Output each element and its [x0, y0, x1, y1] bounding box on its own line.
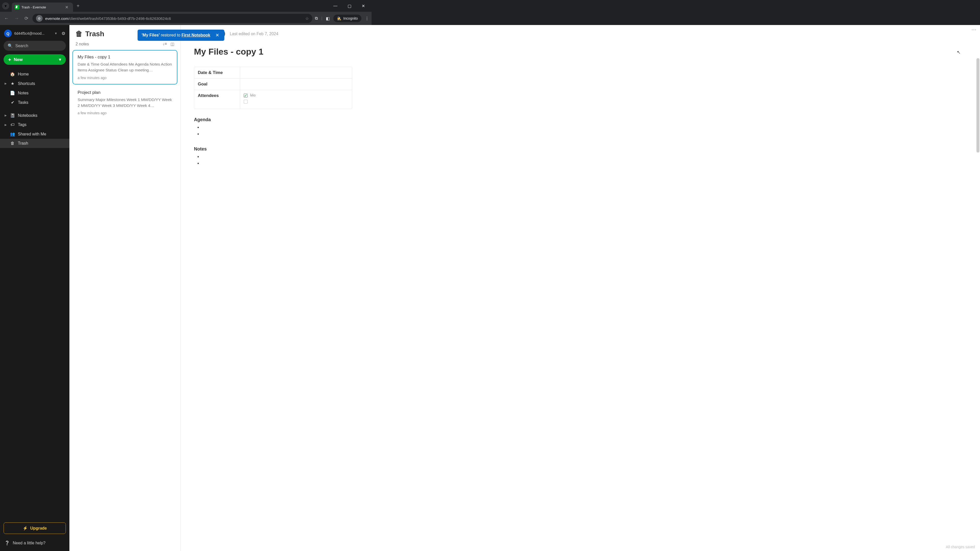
search-icon: 🔍: [8, 43, 13, 48]
note-timestamp: a few minutes ago: [78, 76, 172, 80]
row-value[interactable]: [240, 79, 352, 90]
home-icon: 🏠: [10, 72, 15, 76]
expand-icon[interactable]: ▶: [5, 123, 7, 127]
expand-icon[interactable]: ▶: [5, 114, 7, 117]
expand-icon[interactable]: ▶: [5, 82, 7, 85]
restore-toast: 'My Files' restored to First Notebook ✕: [138, 30, 224, 41]
note-icon: 📄: [10, 91, 15, 95]
checkbox-checked-icon[interactable]: ✓: [244, 94, 248, 97]
settings-gear-icon[interactable]: ⚙: [62, 31, 65, 36]
tab-close-button[interactable]: ✕: [64, 4, 70, 10]
people-icon: 👥: [10, 132, 15, 137]
url-text: evernote.com/client/web#/trash/047353bb-…: [45, 16, 303, 21]
browser-tab[interactable]: Trash - Evernote ✕: [12, 3, 73, 12]
sidebar-item-shortcuts[interactable]: ▶★Shortcuts: [0, 79, 69, 88]
sidebar-item-trash[interactable]: 🗑Trash: [0, 139, 69, 148]
sidebar-label: Home: [18, 72, 29, 76]
sidebar-label: Trash: [18, 141, 28, 146]
site-info-icon[interactable]: ⚙: [36, 15, 43, 22]
new-button[interactable]: + New ▾: [3, 54, 66, 65]
check-circle-icon: ✔: [10, 100, 15, 105]
note-list-panel: 🗑 Trash 2 notes ↓≡ ◫ My Files - copy 1 D…: [69, 25, 181, 208]
note-preview: Summary Major Milestones Week 1 MM/DD/YY…: [78, 97, 172, 109]
sidebar-label: Tasks: [18, 100, 28, 105]
sidebar-item-home[interactable]: 🏠Home: [0, 69, 69, 79]
incognito-chip[interactable]: 🕵 Incognito: [333, 14, 361, 22]
tag-icon: 🏷: [10, 122, 15, 127]
chrome-menu-button[interactable]: ⋮: [365, 16, 369, 21]
new-tab-button[interactable]: +: [76, 3, 80, 9]
notebook-icon: 📓: [10, 113, 15, 118]
evernote-favicon-icon: [15, 5, 19, 10]
trash-icon: 🗑: [10, 141, 15, 146]
chevron-down-icon: ▾: [5, 3, 6, 8]
extensions-icon[interactable]: ⧉: [315, 16, 318, 21]
last-edited-text: Last edited on Feb 7, 2024: [230, 32, 278, 36]
note-title-heading[interactable]: My Files - copy 1: [194, 47, 372, 57]
bookmark-star-icon[interactable]: ☆: [305, 16, 309, 21]
trash-icon: 🗑: [76, 30, 83, 38]
notes-list[interactable]: [202, 154, 372, 168]
row-label: Attendees: [194, 90, 240, 109]
evernote-app: Q 6d44f5c4@mood... ▼ ⚙ 🔍 Search + New ▾ …: [0, 25, 372, 208]
note-detail-panel: ⋯ 🗑 Note in Trash Last edited on Feb 7, …: [181, 25, 372, 208]
browser-titlebar: ▾ Trash - Evernote ✕ + — ▢ ✕: [0, 0, 372, 12]
reload-button[interactable]: ⟳: [23, 14, 30, 23]
sidepanel-icon[interactable]: ◧: [326, 16, 330, 21]
note-count: 2 notes: [76, 42, 89, 46]
search-input[interactable]: 🔍 Search: [3, 41, 66, 51]
minimize-button[interactable]: —: [331, 2, 340, 10]
row-label: Date & Time: [194, 67, 240, 78]
note-preview: Date & Time Goal Attendees Me Agenda Not…: [78, 61, 172, 73]
sidebar-label: Shortcuts: [18, 81, 35, 86]
browser-toolbar: ← → ⟳ ⚙ evernote.com/client/web#/trash/0…: [0, 12, 372, 25]
new-label: New: [14, 57, 23, 62]
note-title: My Files - copy 1: [78, 55, 172, 60]
search-placeholder: Search: [15, 44, 28, 48]
table-row: Attendees ✓ Me: [194, 90, 352, 109]
sidebar-item-notebooks[interactable]: ▶📓Notebooks: [0, 111, 69, 120]
toast-notebook-link[interactable]: First Notebook: [181, 33, 210, 37]
sidebar-label: Notes: [18, 91, 29, 95]
back-button[interactable]: ←: [3, 14, 10, 23]
chevron-down-icon: ▾: [59, 57, 61, 62]
chevron-down-icon: ▼: [54, 32, 57, 35]
section-heading-agenda: Agenda: [194, 117, 372, 122]
table-row: Goal: [194, 79, 352, 90]
checkbox-empty-icon[interactable]: [244, 100, 248, 103]
sort-icon[interactable]: ↓≡: [162, 41, 167, 46]
view-toggle-icon[interactable]: ◫: [170, 41, 174, 46]
incognito-label: Incognito: [343, 16, 358, 21]
note-meta-table[interactable]: Date & Time Goal Attendees ✓ Me: [194, 67, 352, 109]
sidebar-item-tags[interactable]: ▶🏷Tags: [0, 120, 69, 129]
note-list-item[interactable]: My Files - copy 1 Date & Time Goal Atten…: [73, 50, 177, 84]
list-title: Trash: [85, 30, 104, 38]
note-title: Project plan: [78, 90, 172, 95]
window-controls: — ▢ ✕: [331, 2, 369, 10]
toast-text: 'My Files' restored to First Notebook: [142, 33, 210, 38]
section-heading-notes: Notes: [194, 146, 372, 152]
row-value[interactable]: ✓ Me: [240, 90, 352, 109]
forward-button[interactable]: →: [13, 14, 21, 23]
sidebar-item-shared[interactable]: 👥Shared with Me: [0, 129, 69, 139]
agenda-list[interactable]: [202, 125, 372, 138]
sidebar-item-notes[interactable]: 📄Notes: [0, 88, 69, 98]
sidebar-item-tasks[interactable]: ✔Tasks: [0, 98, 69, 107]
sidebar-label: Shared with Me: [18, 132, 46, 137]
account-switcher[interactable]: Q 6d44f5c4@mood... ▼ ⚙: [0, 29, 69, 41]
account-email: 6d44f5c4@mood...: [14, 32, 52, 35]
close-window-button[interactable]: ✕: [359, 2, 368, 10]
tab-title: Trash - Evernote: [21, 5, 62, 9]
address-bar[interactable]: ⚙ evernote.com/client/web#/trash/047353b…: [32, 14, 312, 23]
table-row: Date & Time: [194, 67, 352, 79]
toast-close-button[interactable]: ✕: [215, 32, 220, 38]
sidebar-label: Tags: [18, 122, 27, 127]
avatar: Q: [4, 30, 12, 37]
row-value[interactable]: [240, 67, 352, 78]
note-list-item[interactable]: Project plan Summary Major Milestones We…: [73, 86, 177, 120]
plus-icon: +: [8, 57, 11, 62]
maximize-button[interactable]: ▢: [345, 2, 354, 10]
row-label: Goal: [194, 79, 240, 90]
tab-search-dropdown[interactable]: ▾: [2, 2, 9, 10]
incognito-icon: 🕵: [337, 16, 341, 21]
